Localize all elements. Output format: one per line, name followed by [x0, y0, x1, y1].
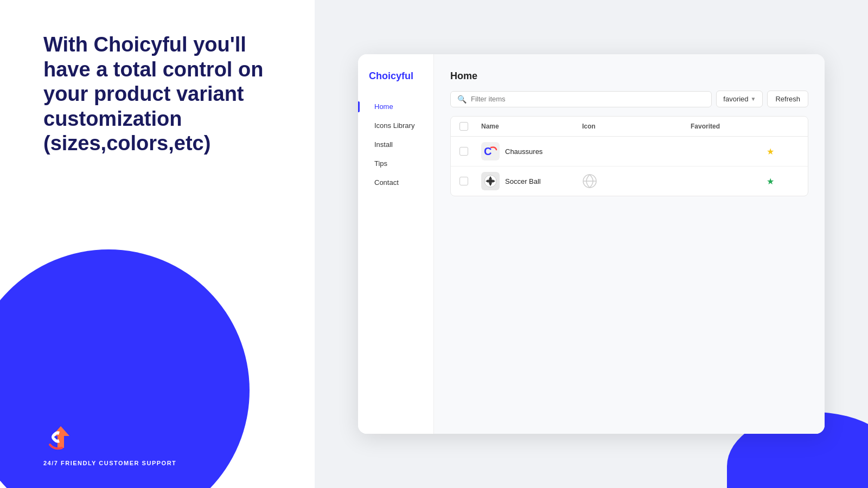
sidebar: Choicyful Home Icons Library Install Tip…: [358, 54, 434, 434]
row1-name: Chaussures: [505, 147, 542, 156]
row1-star-cell[interactable]: ★: [767, 146, 799, 157]
row2-icon-cell: [582, 174, 691, 189]
header-checkbox[interactable]: [459, 122, 468, 131]
filter-button[interactable]: favoried ▼: [716, 91, 763, 107]
table-row: Soccer Ball ★: [451, 166, 808, 196]
headline: With Choicyful you'll have a total contr…: [43, 33, 288, 156]
app-window: Choicyful Home Icons Library Install Tip…: [358, 54, 825, 434]
sidebar-item-icons-library[interactable]: Icons Library: [369, 117, 423, 134]
row1-name-cell: C Chaussures: [481, 142, 582, 160]
svg-point-8: [488, 179, 493, 183]
row2-checkbox[interactable]: [459, 177, 468, 185]
sidebar-item-contact[interactable]: Contact: [369, 174, 423, 191]
sidebar-logo: Choicyful: [369, 70, 423, 82]
sidebar-nav: Home Icons Library Install Tips Contact: [369, 98, 423, 191]
support-text: 24/7 FRIENDLY CUSTOMER SUPPORT: [43, 460, 176, 466]
bottom-left-area: 24/7 FRIENDLY CUSTOMER SUPPORT: [43, 421, 176, 466]
row2-star-icon[interactable]: ★: [767, 177, 774, 186]
chevron-down-icon: ▼: [751, 96, 756, 102]
search-input[interactable]: [471, 95, 705, 103]
row1-star-icon[interactable]: ★: [767, 147, 774, 156]
filter-label: favoried: [723, 95, 748, 103]
sidebar-item-tips[interactable]: Tips: [369, 155, 423, 172]
row2-checkbox-cell: [459, 177, 481, 185]
row2-name: Soccer Ball: [505, 177, 541, 185]
main-content: Home 🔍 favoried ▼ Refresh: [434, 54, 825, 434]
row2-star-cell[interactable]: ★: [767, 176, 799, 187]
search-icon: 🔍: [457, 95, 467, 104]
sidebar-item-install[interactable]: Install: [369, 136, 423, 153]
chaussures-icon: C: [481, 142, 500, 160]
basketball-icon: [582, 174, 597, 189]
right-panel: Choicyful Home Icons Library Install Tip…: [315, 0, 868, 488]
header-name: Name: [481, 123, 582, 130]
soccer-ball-thumbnail: [481, 172, 500, 190]
row2-name-cell: Soccer Ball: [481, 172, 582, 190]
search-wrapper: 🔍: [450, 91, 712, 107]
row1-thumbnail: C: [481, 142, 500, 160]
left-panel: With Choicyful you'll have a total contr…: [0, 0, 315, 488]
toolbar: 🔍 favoried ▼ Refresh: [450, 91, 808, 107]
items-table: Name Icon Favorited: [450, 116, 808, 196]
row2-thumbnail: [481, 172, 500, 190]
row1-checkbox-cell: [459, 147, 481, 156]
refresh-button[interactable]: Refresh: [767, 91, 808, 107]
sidebar-item-home[interactable]: Home: [369, 98, 423, 115]
header-icon: Icon: [582, 123, 691, 130]
choicyful-logo-bottom: [43, 421, 76, 453]
header-checkbox-cell: [459, 122, 481, 131]
header-favorited: Favorited: [691, 123, 767, 130]
page-title: Home: [450, 70, 808, 82]
table-row: C Chaussures ★: [451, 137, 808, 166]
table-header: Name Icon Favorited: [451, 117, 808, 137]
row1-checkbox[interactable]: [459, 147, 468, 156]
